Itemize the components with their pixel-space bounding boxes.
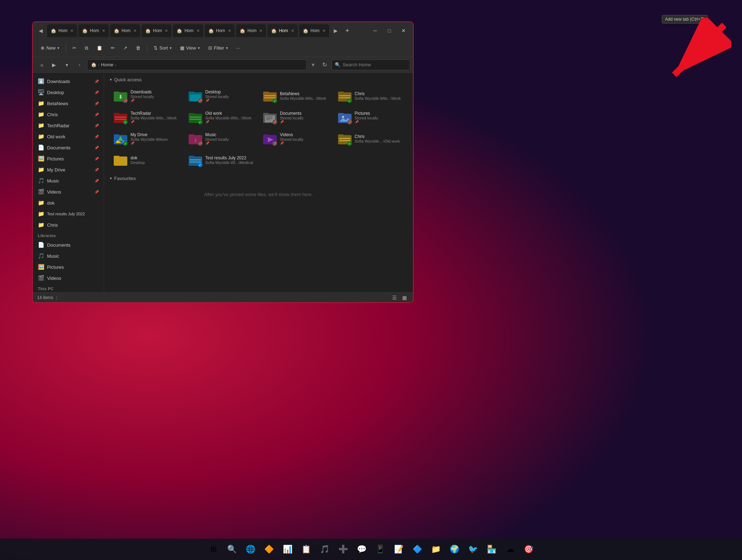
taskbar-edge[interactable]: 🌐: [243, 541, 259, 557]
grid-item-videos[interactable]: 📌 Videos Stored locally 📌: [259, 129, 333, 149]
tab-5[interactable]: 🏠 Hom ✕: [173, 24, 203, 37]
close-button[interactable]: ✕: [397, 26, 410, 36]
taskbar-app5[interactable]: 🎯: [521, 541, 537, 557]
tab-6[interactable]: 🏠 Hom ✕: [205, 24, 235, 37]
sidebar-item-music[interactable]: 🎵 Music 📌: [34, 175, 102, 186]
grid-item-desktop[interactable]: 📌 Desktop Stored locally 📌: [185, 86, 258, 106]
grid-item-mydrive[interactable]: ✓ My Drive Sofia Wyciślik-Wilson 📌: [110, 129, 183, 149]
sidebar-item-lib-videos[interactable]: 🎬 Videos: [34, 273, 102, 283]
favourites-header[interactable]: ▾ Favourites: [110, 176, 407, 181]
sidebar-label-desktop: Desktop: [47, 90, 92, 95]
taskbar-app2[interactable]: ➕: [336, 541, 351, 557]
taskbar-files[interactable]: 📁: [428, 541, 444, 557]
taskbar-skype[interactable]: ☁: [502, 541, 518, 557]
tab-1-close[interactable]: ✕: [70, 29, 73, 33]
sidebar-item-documents[interactable]: 📄 Documents 📌: [34, 142, 102, 153]
sidebar-item-oldwork[interactable]: 📁 Old work 📌: [34, 131, 102, 142]
svg-rect-21: [189, 113, 194, 116]
grid-item-dok[interactable]: dok Desktop: [110, 150, 183, 170]
taskbar-twitter[interactable]: 🐦: [465, 541, 481, 557]
tab-7-close[interactable]: ✕: [259, 29, 262, 33]
forward-button[interactable]: ▶: [48, 60, 59, 70]
sidebar-item-lib-music[interactable]: 🎵 Music: [34, 251, 102, 261]
sidebar-item-chris1[interactable]: 📁 Chris 📌: [34, 109, 102, 120]
taskbar-app4[interactable]: 🏪: [484, 541, 500, 557]
tab-2[interactable]: 🏠 Hom ✕: [78, 24, 108, 37]
back-button[interactable]: ◀: [36, 60, 46, 70]
recent-locations-button[interactable]: ▾: [61, 60, 72, 70]
new-button[interactable]: ⊕ New ▾: [37, 42, 63, 54]
sidebar-item-testresults[interactable]: 📁 Test results July 2022: [34, 209, 102, 219]
taskbar-app3[interactable]: 🔷: [410, 541, 425, 557]
grid-item-techradar[interactable]: ✓ TechRadar Sofia Wyciślik-Wils...\Work …: [110, 107, 183, 127]
cut-button[interactable]: ✂: [69, 42, 80, 54]
taskbar-spotify[interactable]: 🎵: [317, 541, 333, 557]
copy-button[interactable]: ⧉: [81, 42, 92, 54]
grid-item-testresults[interactable]: ✓ Test results July 2022 Sofia Wyciślik-…: [185, 150, 258, 170]
tab-9[interactable]: 🏠 Hom ✕: [299, 24, 329, 37]
tab-5-close[interactable]: ✕: [196, 29, 200, 33]
sidebar-item-techradar[interactable]: 📁 TechRadar 📌: [34, 120, 102, 131]
tab-nav-next[interactable]: ▶: [331, 26, 341, 36]
grid-item-pictures[interactable]: 📌 Pictures Stored locally 📌: [334, 107, 408, 127]
minimize-button[interactable]: ─: [369, 26, 382, 36]
grid-item-chris-oldwork[interactable]: ✓ Chris Sofia Wyciślik-...\Old work: [334, 129, 408, 149]
taskbar-chrome[interactable]: 🌍: [447, 541, 462, 557]
taskbar-whatsapp[interactable]: 📱: [373, 541, 388, 557]
sidebar-item-downloads[interactable]: ⬇️ Downloads 📌: [34, 76, 102, 87]
grid-item-music[interactable]: ♪ 📌 Music Stored locally 📌: [185, 129, 258, 149]
new-tab-button[interactable]: +: [342, 25, 353, 36]
sidebar-item-chris2[interactable]: 📁 Chris: [34, 220, 102, 230]
grid-item-chris-work[interactable]: ✓ Chris Sofia Wyciślik-Wils...\Work: [334, 86, 408, 106]
path-dropdown-button[interactable]: ▾: [309, 60, 317, 70]
taskbar-start[interactable]: ⊞: [206, 541, 221, 557]
tab-8[interactable]: 🏠 Hom ✕: [267, 24, 297, 37]
more-button[interactable]: ···: [233, 42, 244, 54]
grid-item-oldwork[interactable]: ✓ Old work Sofia Wyciślik-Wils...\Work 📌: [185, 107, 258, 127]
paste-button[interactable]: 📋: [93, 42, 106, 54]
sidebar-item-videos[interactable]: 🎬 Videos 📌: [34, 186, 102, 197]
view-button[interactable]: ▦ View ▾: [176, 42, 203, 54]
rename-button[interactable]: ✏: [107, 42, 118, 54]
filter-button[interactable]: ⊟ Filter ▾: [205, 42, 231, 54]
new-dropdown-icon: ▾: [57, 46, 59, 50]
sidebar-item-lib-documents[interactable]: 📄 Documents: [34, 240, 102, 250]
list-view-button[interactable]: ☰: [390, 294, 399, 302]
sidebar-item-lib-pictures[interactable]: 🖼️ Pictures: [34, 262, 102, 272]
sidebar-item-pictures[interactable]: 🖼️ Pictures 📌: [34, 153, 102, 164]
grid-item-betanews[interactable]: ✓ BetaNews Sofia Wyciślik-Wils...\Work: [259, 86, 333, 106]
sidebar-item-desktop[interactable]: 🖥️ Desktop 📌: [34, 87, 102, 98]
taskbar-vlc[interactable]: 🔶: [261, 541, 277, 557]
grid-view-button[interactable]: ▦: [400, 294, 409, 302]
grid-item-documents[interactable]: 📌 Documents Stored locally 📌: [259, 107, 333, 127]
grid-item-downloads[interactable]: ⬇ 📌 Downloads Stored locally 📌: [110, 86, 183, 106]
share-button[interactable]: ↗: [120, 42, 131, 54]
taskbar-search[interactable]: 🔍: [224, 541, 240, 557]
taskbar-word[interactable]: 📝: [391, 541, 407, 557]
refresh-button[interactable]: ↻: [319, 60, 329, 70]
tab-1[interactable]: 🏠 Hom ✕: [47, 24, 77, 37]
up-button[interactable]: ↑: [74, 60, 85, 70]
sort-button[interactable]: ⇅ Sort ▾: [150, 42, 175, 54]
taskbar-app1[interactable]: 📋: [298, 541, 314, 557]
sidebar-item-dok[interactable]: 📁 dok: [34, 197, 102, 208]
maximize-button[interactable]: □: [383, 26, 396, 36]
tab-4-close[interactable]: ✕: [165, 29, 168, 33]
taskbar-messenger[interactable]: 💬: [354, 541, 370, 557]
tab-3[interactable]: 🏠 Hom ✕: [110, 24, 140, 37]
address-path[interactable]: 🏠 › Home ›: [87, 60, 307, 70]
sidebar-item-betanews[interactable]: 📁 BetaNews 📌: [34, 98, 102, 109]
tab-2-close[interactable]: ✕: [102, 29, 105, 33]
search-box[interactable]: 🔍 Search Home: [332, 60, 410, 70]
tab-3-close[interactable]: ✕: [133, 29, 137, 33]
delete-button[interactable]: 🗑: [132, 42, 144, 54]
tab-4[interactable]: 🏠 Hom ✕: [142, 24, 172, 37]
tab-7[interactable]: 🏠 Hom ✕: [236, 24, 266, 37]
quick-access-header[interactable]: ▾ Quick access: [110, 77, 407, 82]
tab-nav-prev[interactable]: ◀: [36, 26, 46, 36]
taskbar-excel[interactable]: 📊: [280, 541, 296, 557]
tab-6-close[interactable]: ✕: [228, 29, 231, 33]
tab-8-close[interactable]: ✕: [291, 29, 294, 33]
sidebar-item-mydrive[interactable]: 📁 My Drive 📌: [34, 164, 102, 175]
tab-9-close[interactable]: ✕: [322, 29, 326, 33]
